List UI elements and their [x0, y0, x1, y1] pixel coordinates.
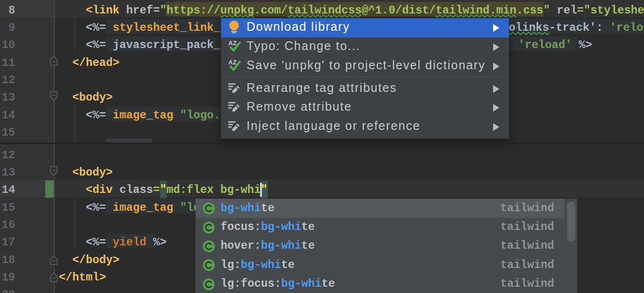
svg-text:AZ: AZ [228, 39, 236, 47]
svg-text:AZ: AZ [228, 58, 236, 65]
